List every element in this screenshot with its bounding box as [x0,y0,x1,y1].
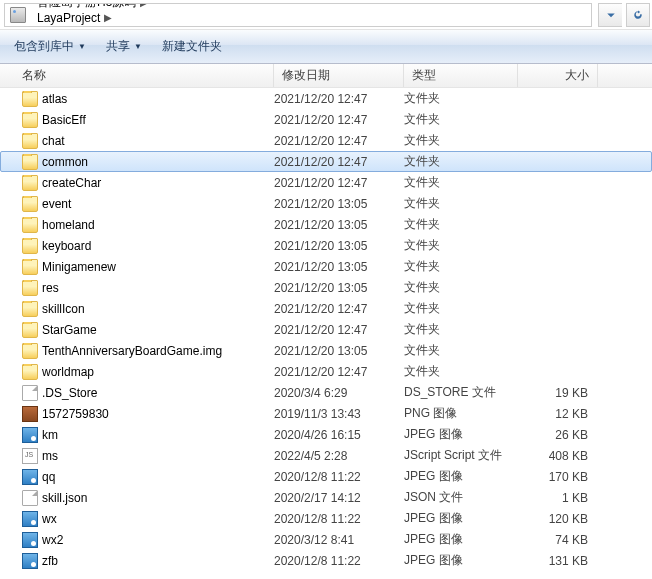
list-item[interactable]: worldmap2021/12/20 12:47文件夹 [0,361,652,382]
file-type: JScript Script 文件 [404,447,518,464]
chevron-right-icon: ▶ [140,3,148,8]
js-icon [22,448,38,464]
list-item[interactable]: zfb2020/12/8 11:22JPEG 图像131 KB [0,550,652,571]
file-name: 1572759830 [42,407,109,421]
file-name: qq [42,470,55,484]
file-name: .DS_Store [42,386,97,400]
chevron-down-icon: ▼ [78,42,86,51]
file-date: 2020/12/8 11:22 [274,470,404,484]
file-type: JPEG 图像 [404,510,518,527]
share-button[interactable]: 共享▼ [98,35,150,58]
list-item[interactable]: wx22020/3/12 8:41JPEG 图像74 KB [0,529,652,550]
file-name: skillIcon [42,302,85,316]
down-arrow-icon [605,9,617,21]
file-type: 文件夹 [404,237,518,254]
file-date: 2020/3/12 8:41 [274,533,404,547]
refresh-button-2[interactable] [626,3,650,27]
list-item[interactable]: km2020/4/26 16:15JPEG 图像26 KB [0,424,652,445]
file-type: PNG 图像 [404,405,518,422]
file-name: TenthAnniversaryBoardGame.img [42,344,222,358]
file-name: km [42,428,58,442]
file-size: 19 KB [518,386,588,400]
list-item[interactable]: Minigamenew2021/12/20 13:05文件夹 [0,256,652,277]
folder-icon [22,259,38,275]
file-list-pane[interactable]: 名称 修改日期 类型 大小 atlas2021/12/20 12:47文件夹Ba… [0,64,652,579]
file-date: 2021/12/20 12:47 [274,113,404,127]
file-date: 2021/12/20 12:47 [274,92,404,106]
column-header-type[interactable]: 类型 [404,64,518,87]
list-item[interactable]: common2021/12/20 12:47文件夹 [0,151,652,172]
list-item[interactable]: TenthAnniversaryBoardGame.img2021/12/20 … [0,340,652,361]
jpg-icon [22,427,38,443]
list-item[interactable]: skillIcon2021/12/20 12:47文件夹 [0,298,652,319]
file-size: 408 KB [518,449,588,463]
file-date: 2020/3/4 6:29 [274,386,404,400]
file-type: DS_STORE 文件 [404,384,518,401]
jpg-icon [22,469,38,485]
list-item[interactable]: skill.json2020/2/17 14:12JSON 文件1 KB [0,487,652,508]
column-header-name[interactable]: 名称 [0,64,274,87]
file-size: 170 KB [518,470,588,484]
column-header-size[interactable]: 大小 [518,64,598,87]
file-type: JPEG 图像 [404,552,518,569]
file-name: keyboard [42,239,91,253]
list-item[interactable]: res2021/12/20 13:05文件夹 [0,277,652,298]
file-date: 2020/2/17 14:12 [274,491,404,505]
folder-icon [22,217,38,233]
list-item[interactable]: BasicEff2021/12/20 12:47文件夹 [0,109,652,130]
file-type: 文件夹 [404,321,518,338]
breadcrumb-item[interactable]: 冒险岛手游H5源码▶ [31,3,150,11]
file-type: 文件夹 [404,216,518,233]
list-item[interactable]: createChar2021/12/20 12:47文件夹 [0,172,652,193]
folder-icon [22,91,38,107]
list-item[interactable]: wx2020/12/8 11:22JPEG 图像120 KB [0,508,652,529]
breadcrumb-label: 冒险岛手游H5源码 [37,3,136,11]
list-item[interactable]: homeland2021/12/20 13:05文件夹 [0,214,652,235]
file-name: createChar [42,176,101,190]
list-item[interactable]: chat2021/12/20 12:47文件夹 [0,130,652,151]
file-name: event [42,197,71,211]
file-size: 1 KB [518,491,588,505]
file-type: 文件夹 [404,363,518,380]
organize-button[interactable]: 包含到库中▼ [6,35,94,58]
folder-icon [22,364,38,380]
list-item[interactable]: .DS_Store2020/3/4 6:29DS_STORE 文件19 KB [0,382,652,403]
file-date: 2021/12/20 13:05 [274,218,404,232]
file-date: 2021/12/20 13:05 [274,239,404,253]
file-name: res [42,281,59,295]
list-item[interactable]: qq2020/12/8 11:22JPEG 图像170 KB [0,466,652,487]
column-header-date[interactable]: 修改日期 [274,64,404,87]
file-type: 文件夹 [404,300,518,317]
new-folder-button[interactable]: 新建文件夹 [154,35,230,58]
file-date: 2020/12/8 11:22 [274,554,404,568]
file-name: wx2 [42,533,63,547]
folder-icon [22,280,38,296]
breadcrumb-item[interactable]: LayaProject▶ [31,11,150,25]
file-type: 文件夹 [404,258,518,275]
file-icon [22,490,38,506]
jpg-icon [22,511,38,527]
folder-icon [22,301,38,317]
breadcrumb-label: bin [37,25,53,27]
folder-icon [22,175,38,191]
file-date: 2021/12/20 12:47 [274,323,404,337]
file-date: 2020/12/8 11:22 [274,512,404,526]
jpg-icon [22,553,38,569]
breadcrumb-item[interactable]: bin▶ [31,25,150,27]
list-item[interactable]: 15727598302019/11/3 13:43PNG 图像12 KB [0,403,652,424]
list-item[interactable]: atlas2021/12/20 12:47文件夹 [0,88,652,109]
file-date: 2019/11/3 13:43 [274,407,404,421]
list-item[interactable]: event2021/12/20 13:05文件夹 [0,193,652,214]
folder-icon [22,343,38,359]
list-item[interactable]: ms2022/4/5 2:28JScript Script 文件408 KB [0,445,652,466]
refresh-button[interactable] [598,3,622,27]
file-name: homeland [42,218,95,232]
address-bar: 文档 (E:)▶冒险岛手游H5源码▶LayaProject▶bin▶res001… [0,0,652,30]
list-item[interactable]: keyboard2021/12/20 13:05文件夹 [0,235,652,256]
file-name: skill.json [42,491,87,505]
file-date: 2021/12/20 13:05 [274,281,404,295]
list-item[interactable]: StarGame2021/12/20 12:47文件夹 [0,319,652,340]
file-type: 文件夹 [404,90,518,107]
breadcrumb[interactable]: 文档 (E:)▶冒险岛手游H5源码▶LayaProject▶bin▶res001… [4,3,592,27]
file-name: common [42,155,88,169]
